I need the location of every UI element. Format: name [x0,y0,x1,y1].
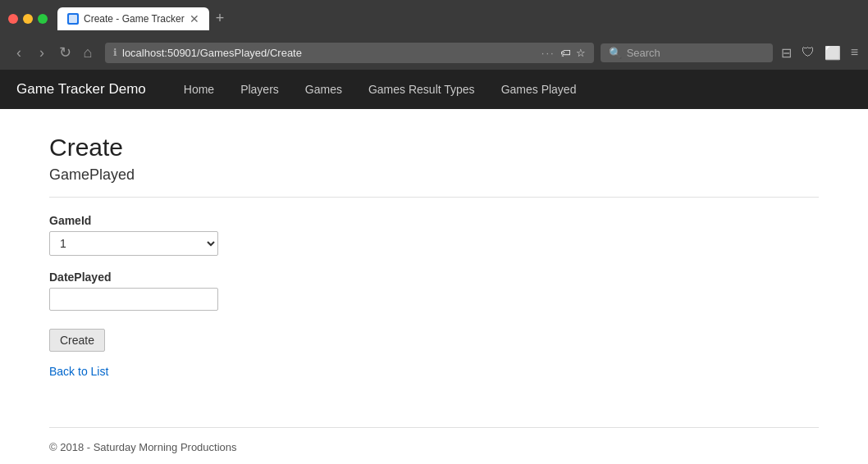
game-id-label: GameId [49,214,819,227]
game-id-group: GameId 1 2 3 [49,214,819,256]
menu-button[interactable]: ≡ [849,43,860,61]
page-footer: © 2018 - Saturday Morning Productions [0,428,868,464]
page-content: Create GamePlayed GameId 1 2 3 DatePlaye… [0,109,868,427]
footer-text: © 2018 - Saturday Morning Productions [49,441,237,453]
library-icon[interactable]: ⊟ [779,43,793,62]
toolbar-icons: 🔍 ⊟ 🛡 ⬜ ≡ [601,43,860,62]
nav-games-played[interactable]: Games Played [488,71,590,107]
app-brand: Game Tracker Demo [16,70,162,109]
create-button[interactable]: Create [49,329,105,352]
reload-button[interactable]: ↻ [54,42,75,63]
home-button[interactable]: ⌂ [77,42,98,63]
address-bar-row: ‹ › ↻ ⌂ ℹ localhost:50901/GamesPlayed/Cr… [0,37,868,70]
tab-close-button[interactable]: ✕ [190,12,199,25]
maximize-window-button[interactable] [38,14,48,24]
traffic-lights [8,14,48,24]
app-nav: Game Tracker Demo Home Players Games Gam… [0,70,868,109]
forward-button[interactable]: › [31,42,53,63]
minimize-window-button[interactable] [23,14,33,24]
shield-icon[interactable]: 🛡 [800,43,816,61]
section-title: GamePlayed [49,166,819,184]
tab-title: Create - Game Tracker [84,13,185,25]
nav-players[interactable]: Players [227,71,292,107]
search-bar[interactable]: 🔍 [601,43,773,62]
bookmark-icon[interactable]: ☆ [576,47,586,59]
search-icon: 🔍 [609,47,622,59]
url-text: localhost:50901/GamesPlayed/Create [122,47,537,59]
close-window-button[interactable] [8,14,18,24]
back-button[interactable]: ‹ [8,42,30,63]
date-played-input[interactable] [49,288,218,311]
tab-favicon [67,13,79,25]
back-to-list-link[interactable]: Back to List [49,365,108,378]
active-tab[interactable]: Create - Game Tracker ✕ [57,7,209,30]
lock-icon: ℹ [113,47,117,58]
address-bar[interactable]: ℹ localhost:50901/GamesPlayed/Create ···… [105,43,594,63]
nav-home[interactable]: Home [171,71,227,107]
date-played-label: DatePlayed [49,271,819,284]
nav-games-result-types[interactable]: Games Result Types [355,71,488,107]
pocket-icon: 🏷 [560,47,571,59]
page-title: Create [49,134,819,161]
more-options-icon: ··· [541,47,555,59]
search-input[interactable] [627,47,765,59]
reader-view-icon[interactable]: ⬜ [823,43,843,62]
tab-bar: Create - Game Tracker ✕ + [57,7,231,30]
svg-rect-0 [69,15,77,23]
date-played-group: DatePlayed [49,271,819,311]
game-id-select[interactable]: 1 2 3 [49,231,218,256]
divider [49,197,819,198]
nav-games[interactable]: Games [292,71,355,107]
new-tab-button[interactable]: + [209,7,231,30]
